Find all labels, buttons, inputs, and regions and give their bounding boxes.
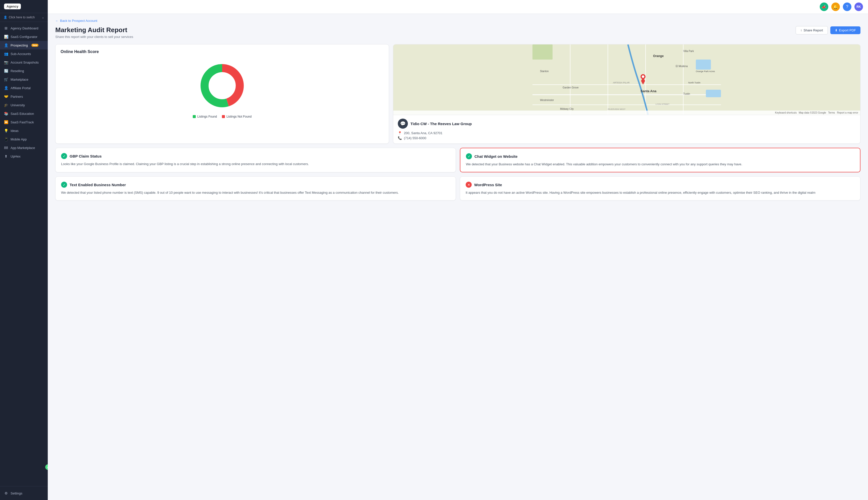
legend-found-label: Listings Found <box>197 115 217 118</box>
sidebar-item-label-sub-accounts: Sub-Accounts <box>11 52 31 56</box>
avatar[interactable]: RK <box>854 2 863 11</box>
wordpress-body: It appears that you do not have an activ… <box>466 190 855 195</box>
affiliate-portal-nav-icon: 👤 <box>4 86 8 90</box>
info-cards-row1: ✓ GBP Claim Status Looks like your Googl… <box>55 148 860 172</box>
app-marketplace-nav-icon: 88 <box>4 146 8 150</box>
svg-text:El Modena: El Modena <box>676 65 688 68</box>
page-header-left: Marketing Audit Report Share this report… <box>55 26 133 39</box>
sidebar-item-marketplace[interactable]: 🛒Marketplace <box>0 75 48 84</box>
chat-widget-title: Chat Widget on Website <box>475 154 517 159</box>
gbp-claim-header: ✓ GBP Claim Status <box>61 153 450 159</box>
sidebar-item-saas-education[interactable]: 📚SaaS Education <box>0 109 48 118</box>
bell-icon-button[interactable]: 🔔 <box>831 2 840 11</box>
keyboard-shortcuts-link[interactable]: Keyboard shortcuts <box>775 111 797 114</box>
business-name-row: 💬 Tidio CW - The Reeves Law Group <box>398 118 856 129</box>
export-pdf-button[interactable]: ⬇ Export PDF <box>830 26 860 34</box>
sidebar: Agency 👤 Click here to switch ⌄ ⊞Agency … <box>0 0 48 500</box>
partners-nav-icon: 🤝 <box>4 94 8 99</box>
terms-link[interactable]: Terms <box>828 111 835 114</box>
text-enabled-title: Text Enabled Business Number <box>70 183 126 187</box>
svg-text:North Tustin: North Tustin <box>688 81 701 84</box>
business-name: Tidio CW - The Reeves Law Group <box>410 122 472 126</box>
svg-text:Midway City: Midway City <box>560 107 574 110</box>
sidebar-logo: Agency <box>0 0 48 13</box>
sidebar-item-saas-configurator[interactable]: 📊SaaS Configurator <box>0 32 48 41</box>
wordpress-status-icon: ✕ <box>466 182 472 188</box>
breadcrumb-label: Back to Prospect Account <box>60 19 97 23</box>
university-nav-icon: 🎓 <box>4 103 8 107</box>
sidebar-item-label-reselling: Reselling <box>11 69 24 73</box>
sidebar-item-label-prospecting: Prospecting <box>11 44 28 47</box>
report-map-error-link[interactable]: Report a map error <box>837 111 858 114</box>
sidebar-item-prospecting[interactable]: 👤ProspectingNew <box>0 41 48 49</box>
sub-accounts-nav-icon: 👥 <box>4 52 8 56</box>
sidebar-item-label-saas-fasttrack: SaaS FastTrack <box>11 120 34 124</box>
sidebar-switch[interactable]: 👤 Click here to switch ⌄ <box>0 13 48 22</box>
sidebar-item-sub-accounts[interactable]: 👥Sub-Accounts <box>0 49 48 58</box>
megaphone-icon-button[interactable]: 📣 <box>820 2 828 11</box>
sidebar-item-app-marketplace[interactable]: 88App Marketplace <box>0 144 48 152</box>
chat-widget-status-icon: ✓ <box>466 153 472 159</box>
sidebar-item-label-ideas: Ideas <box>11 129 19 133</box>
chevron-down-icon: ⌄ <box>42 15 44 19</box>
chat-widget-body: We detected that your Business website h… <box>466 162 854 167</box>
sidebar-item-agency-dashboard[interactable]: ⊞Agency Dashboard <box>0 24 48 32</box>
svg-text:Villa Park: Villa Park <box>683 50 694 53</box>
sidebar-item-reselling[interactable]: 🔄Reselling <box>0 67 48 75</box>
map-svg: Villa Park Orange Park Acres Orange El M… <box>393 45 860 115</box>
chat-widget-header: ✓ Chat Widget on Website <box>466 153 854 159</box>
svg-text:Westminster: Westminster <box>540 99 554 102</box>
phone-text: (714) 550-6000 <box>404 136 426 140</box>
svg-text:Orange Park Acres: Orange Park Acres <box>696 70 715 72</box>
wordpress-site-card: ✕ WordPress Site It appears that you do … <box>460 177 860 201</box>
donut-container: Listings Found Listings Not Found <box>60 58 384 121</box>
sidebar-item-label-agency-dashboard: Agency Dashboard <box>11 26 38 30</box>
main-content: 📣 🔔 ? RK ← Back to Prospect Account Mark… <box>48 0 868 500</box>
new-badge-prospecting: New <box>31 44 39 47</box>
sidebar-item-label-app-marketplace: App Marketplace <box>11 146 35 150</box>
share-report-button[interactable]: ↑ Share Report <box>796 26 828 34</box>
sidebar-item-label-university: University <box>11 103 25 107</box>
gbp-claim-card: ✓ GBP Claim Status Looks like your Googl… <box>55 148 456 172</box>
logo-box: Agency <box>4 3 21 9</box>
sidebar-item-ideas[interactable]: 💡Ideas <box>0 126 48 135</box>
text-enabled-card: ✓ Text Enabled Business Number We detect… <box>55 177 456 201</box>
sidebar-item-mobile-app[interactable]: 📱Mobile App <box>0 135 48 144</box>
business-address: 📍 200, Santa Ana, CA 92701 <box>398 131 856 135</box>
legend-not-found: Listings Not Found <box>222 115 252 118</box>
mobile-app-nav-icon: 📱 <box>4 137 8 141</box>
breadcrumb[interactable]: ← Back to Prospect Account <box>55 19 860 23</box>
chat-widget-card: ✓ Chat Widget on Website We detected tha… <box>460 148 860 172</box>
svg-text:Santa Ana: Santa Ana <box>641 89 656 93</box>
map-business-info: 💬 Tidio CW - The Reeves Law Group 📍 200,… <box>393 115 860 144</box>
sidebar-item-settings[interactable]: ⚙ Settings <box>4 489 44 498</box>
switch-label: Click here to switch <box>9 15 35 19</box>
info-cards-row2: ✓ Text Enabled Business Number We detect… <box>55 177 860 201</box>
donut-legend: Listings Found Listings Not Found <box>193 115 252 118</box>
sidebar-item-saas-fasttrack[interactable]: ⏩SaaS FastTrack <box>0 118 48 126</box>
svg-text:LYON STREET: LYON STREET <box>656 103 670 105</box>
sidebar-item-account-snapshots[interactable]: 📷Account Snapshots <box>0 58 48 67</box>
sidebar-item-label-mobile-app: Mobile App <box>11 137 27 141</box>
sidebar-item-label-saas-education: SaaS Education <box>11 112 34 116</box>
svg-text:Tustin: Tustin <box>683 92 690 95</box>
legend-not-found-dot <box>222 115 225 118</box>
sidebar-item-label-marketplace: Marketplace <box>11 78 28 81</box>
page-title: Marketing Audit Report <box>55 26 133 34</box>
map-card: Villa Park Orange Park Acres Orange El M… <box>393 44 860 144</box>
svg-rect-11 <box>706 90 721 97</box>
wordpress-title: WordPress Site <box>474 183 502 187</box>
sidebar-item-partners[interactable]: 🤝Partners <box>0 92 48 101</box>
sidebar-item-label-affiliate-portal: Affiliate Portal <box>11 86 31 90</box>
top-cards: Online Health Score Listi <box>55 44 860 144</box>
uphex-nav-icon: ⬆ <box>4 154 8 158</box>
sidebar-item-uphex[interactable]: ⬆UpHex <box>0 152 48 161</box>
donut-chart <box>197 60 247 111</box>
map-data-label: Map data ©2023 Google <box>799 111 826 114</box>
sidebar-item-affiliate-portal[interactable]: 👤Affiliate Portal <box>0 84 48 92</box>
help-icon-button[interactable]: ? <box>843 2 852 11</box>
sidebar-item-university[interactable]: 🎓University <box>0 101 48 109</box>
ideas-nav-icon: 💡 <box>4 129 8 133</box>
svg-rect-10 <box>696 59 711 70</box>
gbp-claim-title: GBP Claim Status <box>70 154 102 158</box>
